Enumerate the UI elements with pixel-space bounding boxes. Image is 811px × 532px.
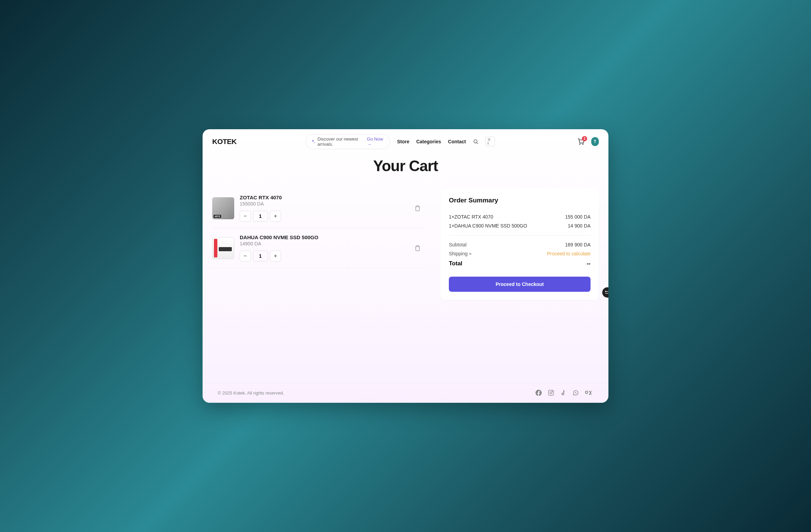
kbd-hint: ⌘ K (485, 137, 495, 146)
header: KOTEK Discover our newest arrivals. Go N… (203, 129, 608, 154)
cart-badge: 2 (582, 136, 587, 141)
cart-button[interactable]: 2 (577, 138, 584, 145)
sparkle-icon (311, 139, 315, 144)
svg-point-6 (605, 291, 606, 292)
tiktok-icon[interactable] (560, 390, 566, 396)
instagram-icon[interactable] (548, 390, 554, 396)
discover-text: Discover our newest arrivals. (317, 136, 365, 147)
page-title: Your Cart (203, 157, 608, 175)
marketplace-icon[interactable] (585, 390, 593, 396)
facebook-icon[interactable] (536, 390, 542, 396)
svg-point-1 (580, 144, 580, 145)
search-icon[interactable] (473, 138, 478, 145)
svg-point-5 (552, 391, 553, 392)
nav: Store Categories Contact (397, 139, 466, 144)
qty-increase-button[interactable]: + (270, 211, 281, 222)
summary-heading: Order Summary (449, 197, 591, 204)
qty-value: 1 (253, 251, 268, 262)
product-thumbnail[interactable] (212, 197, 234, 219)
remove-item-button[interactable] (412, 242, 423, 254)
svg-point-2 (583, 144, 583, 145)
summary-line: 1×DAHUA C900 NVME SSD 500GO 14 900 DA (449, 221, 591, 230)
item-price: 155000 DA (240, 201, 406, 207)
footer: © 2025 Kotek. All rights reserved. (203, 383, 608, 403)
nav-contact[interactable]: Contact (448, 139, 466, 144)
svg-point-0 (474, 140, 477, 143)
subtotal-row: Subtotal 169 900 DA (449, 240, 591, 249)
qty-decrease-button[interactable]: − (240, 251, 251, 262)
cart-item: DAHUA C900 NVME SSD 500GO 14900 DA − 1 + (212, 228, 423, 268)
total-row: Total -- (449, 260, 591, 267)
item-price: 14900 DA (240, 241, 406, 246)
item-name: ZOTAC RTX 4070 (240, 195, 406, 200)
shipping-row: Shipping ≈ Proceed to calculate (449, 249, 591, 258)
qty-decrease-button[interactable]: − (240, 211, 251, 222)
copyright: © 2025 Kotek. All rights reserved. (218, 390, 284, 396)
nav-categories[interactable]: Categories (416, 139, 441, 144)
qty-increase-button[interactable]: + (270, 251, 281, 262)
proceed-calculate-link[interactable]: Proceed to calculate (547, 251, 591, 256)
remove-item-button[interactable] (412, 202, 423, 214)
checkout-button[interactable]: Proceed to Checkout (449, 277, 591, 292)
qty-value: 1 (253, 211, 268, 222)
nav-store[interactable]: Store (397, 139, 409, 144)
summary-line: 1×ZOTAC RTX 4070 155 000 DA (449, 212, 591, 221)
order-summary: Order Summary 1×ZOTAC RTX 4070 155 000 D… (441, 188, 599, 300)
social-links (536, 390, 593, 396)
item-name: DAHUA C900 NVME SSD 500GO (240, 234, 406, 240)
product-thumbnail[interactable] (212, 237, 234, 259)
avatar[interactable]: T (591, 137, 599, 146)
cart-list: ZOTAC RTX 4070 155000 DA − 1 + DAHUA C90… (212, 188, 423, 300)
cart-item: ZOTAC RTX 4070 155000 DA − 1 + (212, 188, 423, 228)
whatsapp-icon[interactable] (573, 390, 579, 396)
logo[interactable]: KOTEK (212, 137, 237, 146)
svg-point-4 (550, 392, 552, 394)
discover-banner[interactable]: Discover our newest arrivals. Go Now → (305, 134, 390, 149)
go-now-link[interactable]: Go Now → (367, 136, 385, 147)
